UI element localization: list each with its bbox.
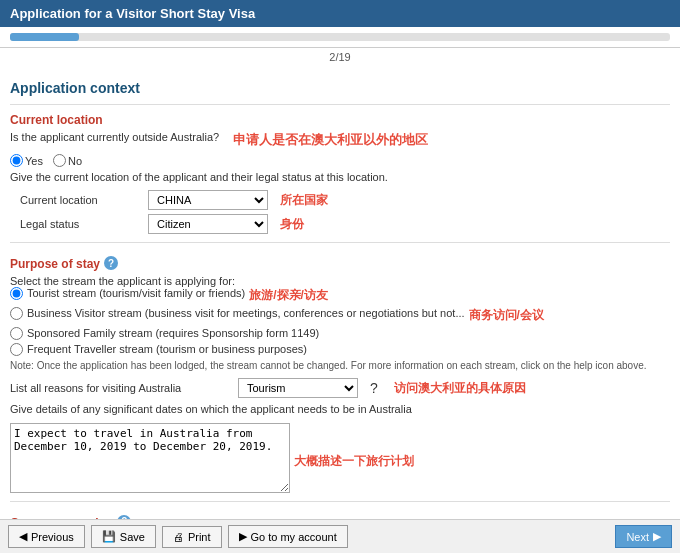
location-field-row: Current location CHINA 所在国家 — [20, 190, 670, 210]
progress-bar-track — [10, 33, 670, 41]
divider-2 — [10, 242, 670, 243]
give-dates-label: Give details of any significant dates on… — [10, 402, 670, 417]
page-counter: 2/19 — [0, 48, 680, 66]
business-stream-text: Business Visitor stream (business visit … — [27, 307, 465, 319]
frequent-stream-text: Frequent Traveller stream (tourism or bu… — [27, 343, 307, 355]
location-annotation: 所在国家 — [280, 192, 328, 209]
list-reasons-help-icon[interactable]: ? — [366, 378, 382, 398]
legal-status-select[interactable]: Citizen — [148, 214, 268, 234]
tourist-stream-annotation: 旅游/探亲/访友 — [249, 287, 328, 304]
save-label: Save — [120, 531, 145, 543]
list-reasons-select[interactable]: Tourism — [238, 378, 358, 398]
legal-status-label: Legal status — [20, 218, 140, 230]
tourist-stream-radio[interactable] — [10, 287, 23, 300]
title-bar: Application for a Visitor Short Stay Vis… — [0, 0, 680, 27]
save-icon: 💾 — [102, 530, 116, 543]
stream-note: Note: Once the application has been lodg… — [10, 359, 670, 373]
list-reasons-annotation: 访问澳大利亚的具体原因 — [394, 380, 526, 397]
give-dates-textarea[interactable]: I expect to travel in Australia from Dec… — [10, 423, 290, 493]
outside-australia-yes-label[interactable]: Yes — [10, 154, 43, 167]
current-location-title: Current location — [10, 113, 670, 127]
sponsored-stream-text: Sponsored Family stream (requires Sponso… — [27, 327, 319, 339]
outside-australia-row: Is the applicant currently outside Austr… — [10, 131, 670, 149]
outside-australia-no-label[interactable]: No — [53, 154, 82, 167]
progress-bar-fill — [10, 33, 79, 41]
print-button[interactable]: 🖨 Print — [162, 526, 222, 548]
go-to-account-label: Go to my account — [251, 531, 337, 543]
location-fields: Current location CHINA 所在国家 Legal status… — [20, 190, 670, 234]
sponsored-stream-radio[interactable] — [10, 327, 23, 340]
purpose-title-row: Purpose of stay ? — [10, 251, 670, 275]
bottom-bar: ◀ Previous 💾 Save 🖨 Print ▶ Go to my acc… — [0, 519, 680, 553]
purpose-of-stay-title: Purpose of stay — [10, 257, 100, 271]
print-label: Print — [188, 531, 211, 543]
business-stream-radio[interactable] — [10, 307, 23, 320]
previous-icon: ◀ — [19, 530, 27, 543]
next-button[interactable]: Next ▶ — [615, 525, 672, 548]
business-stream-label[interactable]: Business Visitor stream (business visit … — [10, 307, 465, 320]
tourist-stream-label[interactable]: Tourist stream (tourism/visit family or … — [10, 287, 245, 300]
next-icon: ▶ — [653, 530, 661, 543]
progress-bar-container — [0, 27, 680, 48]
go-to-account-icon: ▶ — [239, 530, 247, 543]
stream-list: Tourist stream (tourism/visit family or … — [10, 287, 670, 356]
save-button[interactable]: 💾 Save — [91, 525, 156, 548]
outside-australia-no-radio[interactable] — [53, 154, 66, 167]
page-counter-label: 2/19 — [329, 51, 350, 63]
give-dates-annotations: 大概描述一下旅行计划 — [290, 423, 414, 470]
outside-australia-annotation: 申请人是否在澳大利亚以外的地区 — [233, 131, 428, 149]
give-dates-annotation: 大概描述一下旅行计划 — [294, 453, 414, 470]
application-context-title: Application context — [10, 80, 670, 96]
stream-item-sponsored: Sponsored Family stream (requires Sponso… — [10, 327, 670, 340]
tourist-stream-text: Tourist stream (tourism/visit family or … — [27, 287, 245, 299]
current-location-helper: Give the current location of the applica… — [10, 170, 670, 185]
previous-label: Previous — [31, 531, 74, 543]
purpose-help-icon[interactable]: ? — [104, 256, 118, 270]
purpose-question: Select the stream the applicant is apply… — [10, 275, 662, 287]
outside-australia-yes-radio[interactable] — [10, 154, 23, 167]
frequent-stream-label[interactable]: Frequent Traveller stream (tourism or bu… — [10, 343, 307, 356]
list-reasons-row: List all reasons for visiting Australia … — [10, 378, 670, 398]
outside-australia-radios: Yes No — [10, 154, 670, 167]
sponsored-stream-label[interactable]: Sponsored Family stream (requires Sponso… — [10, 327, 319, 340]
outside-australia-no-text: No — [68, 155, 82, 167]
legal-status-field-row: Legal status Citizen 身份 — [20, 214, 670, 234]
divider-3 — [10, 501, 670, 502]
title-text: Application for a Visitor Short Stay Vis… — [10, 6, 255, 21]
outside-australia-yes-text: Yes — [25, 155, 43, 167]
print-icon: 🖨 — [173, 531, 184, 543]
previous-button[interactable]: ◀ Previous — [8, 525, 85, 548]
stream-item-tourist: Tourist stream (tourism/visit family or … — [10, 287, 670, 304]
outside-australia-question: Is the applicant currently outside Austr… — [10, 131, 219, 143]
go-to-account-button[interactable]: ▶ Go to my account — [228, 525, 348, 548]
legal-status-annotation: 身份 — [280, 216, 304, 233]
main-content: Application context Current location Is … — [0, 66, 680, 553]
next-label: Next — [626, 531, 649, 543]
frequent-stream-radio[interactable] — [10, 343, 23, 356]
business-stream-annotation: 商务访问/会议 — [469, 307, 544, 324]
divider-1 — [10, 104, 670, 105]
give-dates-row: I expect to travel in Australia from Dec… — [10, 423, 670, 493]
stream-item-frequent: Frequent Traveller stream (tourism or bu… — [10, 343, 670, 356]
list-reasons-label: List all reasons for visiting Australia — [10, 382, 230, 394]
location-select[interactable]: CHINA — [148, 190, 268, 210]
stream-item-business: Business Visitor stream (business visit … — [10, 307, 670, 324]
location-label: Current location — [20, 194, 140, 206]
